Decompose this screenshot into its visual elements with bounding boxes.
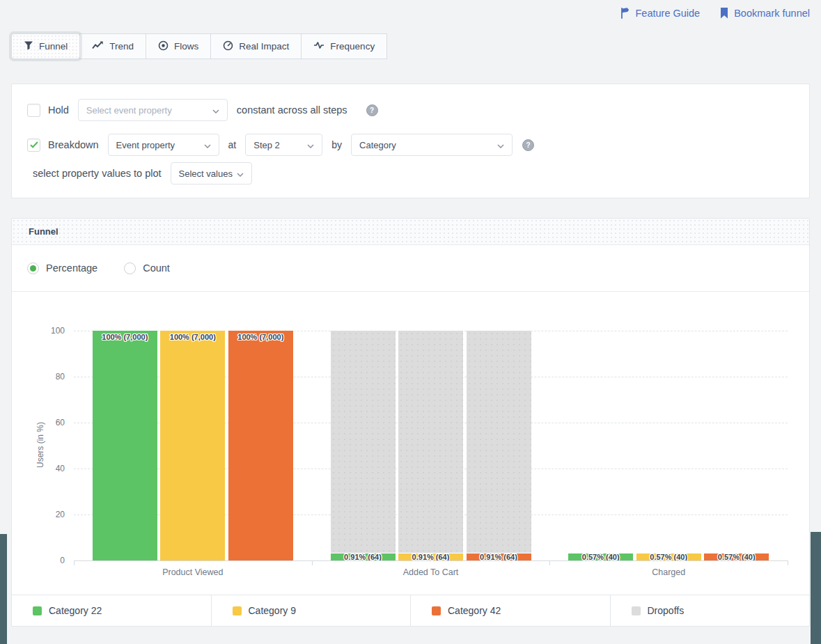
funnel-icon xyxy=(24,40,33,52)
bar-value-label: 100% (7,000) xyxy=(93,333,157,341)
feature-guide-label: Feature Guide xyxy=(635,8,700,19)
feature-guide-link[interactable]: Feature Guide xyxy=(618,7,700,19)
x-axis-label: Product Viewed xyxy=(109,567,276,577)
dropoff-bar[interactable] xyxy=(467,331,531,553)
header-links: Feature Guide Bookmark funnel xyxy=(618,7,810,19)
chevron-down-icon xyxy=(237,168,244,179)
hold-suffix-label: constant across all steps xyxy=(237,104,347,116)
legend-label: Category 9 xyxy=(249,605,296,616)
select-values-value: Select values xyxy=(179,168,233,179)
bookmark-icon xyxy=(719,7,729,19)
legend-item-category-9[interactable]: Category 9 xyxy=(212,595,412,626)
x-axis-tick xyxy=(549,560,550,565)
hold-help-icon[interactable]: ? xyxy=(366,104,378,116)
legend-item-category-42[interactable]: Category 42 xyxy=(411,595,611,626)
x-axis-tick xyxy=(74,560,75,565)
chevron-down-icon xyxy=(307,140,314,150)
bookmark-funnel-label: Bookmark funnel xyxy=(734,8,810,19)
funnel-chart-panel: Funnel Percentage Count Users (in %)0204… xyxy=(11,218,810,627)
bar-value-label: 100% (7,000) xyxy=(228,333,293,341)
tab-label: Trend xyxy=(109,41,134,52)
funnel-controls-panel: Hold Select event property constant acro… xyxy=(11,84,810,198)
chevron-down-icon xyxy=(204,140,211,150)
tab-trend[interactable]: Trend xyxy=(79,33,146,59)
bar-category-9[interactable] xyxy=(160,331,225,560)
legend-item-dropoffs[interactable]: Dropoffs xyxy=(611,595,810,626)
breakdown-at-label: at xyxy=(228,139,237,150)
breakdown-property-dropdown[interactable]: Category xyxy=(351,134,513,156)
hold-property-placeholder: Select event property xyxy=(86,105,172,116)
legend-swatch xyxy=(432,606,441,615)
y-tick-label-100: 100 xyxy=(36,326,65,336)
bar-category-22[interactable] xyxy=(93,331,157,560)
tab-funnel[interactable]: Funnel xyxy=(11,33,80,59)
tab-label: Frequency xyxy=(330,41,375,52)
hold-property-dropdown[interactable]: Select event property xyxy=(78,99,228,121)
breakdown-step-value: Step 2 xyxy=(253,140,280,150)
x-axis-tick xyxy=(312,560,313,565)
percentage-radio-option[interactable]: Percentage xyxy=(27,262,97,274)
tab-label: Funnel xyxy=(39,41,68,52)
legend-label: Dropoffs xyxy=(648,605,685,616)
breakdown-checkbox[interactable] xyxy=(27,139,40,152)
y-tick-label-60: 60 xyxy=(36,418,65,427)
breakdown-by-label: by xyxy=(331,139,342,150)
legend-swatch xyxy=(33,606,42,615)
x-axis-line xyxy=(74,560,788,561)
panel-title: Funnel xyxy=(12,219,809,245)
tab-label: Flows xyxy=(174,41,198,52)
x-axis-label: Added To Cart xyxy=(347,567,515,577)
dropoff-bar[interactable] xyxy=(398,331,463,553)
breakdown-label: Breakdown xyxy=(48,139,99,150)
signpost-icon xyxy=(618,7,630,19)
legend-label: Category 42 xyxy=(448,605,501,616)
bar-category-42[interactable] xyxy=(228,331,293,560)
count-radio-label: Count xyxy=(143,262,170,274)
dropoff-bar[interactable] xyxy=(331,331,396,553)
select-values-row: select property values to plot Select va… xyxy=(33,162,809,184)
breakdown-type-dropdown[interactable]: Event property xyxy=(108,134,219,156)
hold-label: Hold xyxy=(48,104,69,116)
y-axis-title: Users (in %) xyxy=(36,403,45,487)
tab-label: Real Impact xyxy=(239,41,289,52)
chevron-down-icon xyxy=(497,140,504,150)
percentage-radio-label: Percentage xyxy=(46,262,97,274)
chart-legend: Category 22Category 9Category 42Dropoffs xyxy=(12,595,809,626)
percentage-radio[interactable] xyxy=(27,262,39,274)
legend-swatch xyxy=(233,606,242,615)
legend-swatch xyxy=(632,606,641,615)
chevron-down-icon xyxy=(212,105,219,116)
select-values-dropdown[interactable]: Select values xyxy=(171,162,252,184)
x-axis-tick xyxy=(788,560,788,565)
hold-checkbox[interactable] xyxy=(27,104,40,117)
tab-flows[interactable]: Flows xyxy=(146,33,211,59)
x-axis-label: Charged xyxy=(585,567,752,577)
tab-frequency[interactable]: Frequency xyxy=(301,33,387,59)
legend-item-category-22[interactable]: Category 22 xyxy=(12,595,212,626)
view-tabs: FunnelTrendFlowsReal ImpactFrequency xyxy=(11,33,387,59)
flows-icon xyxy=(158,40,169,53)
y-tick-label-40: 40 xyxy=(36,464,65,473)
breakdown-step-dropdown[interactable]: Step 2 xyxy=(245,134,322,156)
bar-value-label: 100% (7,000) xyxy=(160,333,225,341)
hold-row: Hold Select event property constant acro… xyxy=(27,99,809,121)
legend-label: Category 22 xyxy=(49,605,102,616)
count-radio[interactable] xyxy=(124,262,136,274)
y-tick-label-0: 0 xyxy=(36,556,65,565)
pulse-icon xyxy=(313,40,325,52)
breakdown-property-value: Category xyxy=(359,140,396,150)
funnel-bar-chart: Users (in %)020406080100100% (7,000)100%… xyxy=(12,292,809,597)
count-radio-option[interactable]: Count xyxy=(124,262,170,274)
bookmark-funnel-link[interactable]: Bookmark funnel xyxy=(719,7,810,19)
display-mode-row: Percentage Count xyxy=(12,245,809,292)
select-values-label: select property values to plot xyxy=(33,168,162,179)
y-tick-label-80: 80 xyxy=(36,372,65,382)
breakdown-type-value: Event property xyxy=(116,140,175,150)
right-edge-strip xyxy=(811,532,821,644)
tab-real-impact[interactable]: Real Impact xyxy=(210,33,302,59)
breakdown-row: Breakdown Event property at Step 2 by Ca… xyxy=(27,134,809,156)
gauge-icon xyxy=(223,40,233,53)
y-tick-label-20: 20 xyxy=(36,510,65,519)
breakdown-help-icon[interactable]: ? xyxy=(522,139,534,151)
trend-icon xyxy=(92,40,104,52)
